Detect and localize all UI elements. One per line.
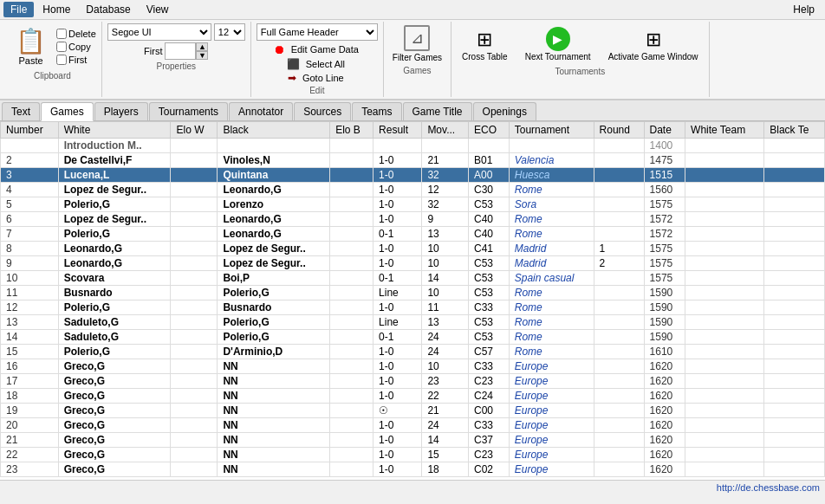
table-cell: Greco,G (58, 374, 171, 389)
edit-group: Full Game Header ⏺ Edit Game Data ⬛ Sele… (251, 22, 384, 97)
table-cell: 1610 (644, 345, 685, 359)
table-cell (330, 433, 374, 448)
table-row[interactable]: 22Greco,GNN1-015C23Europe1620 (1, 448, 825, 462)
table-cell (330, 242, 374, 256)
table-row[interactable]: 15Polerio,GD'Arminio,D1-024C57Rome1610 (1, 345, 825, 359)
tab-game-title[interactable]: Game Title (403, 102, 472, 120)
table-cell: 19 (1, 404, 59, 418)
tab-tournaments[interactable]: Tournaments (149, 102, 228, 120)
table-row[interactable]: 12Polerio,GBusnardo1-011C33Rome1590 (1, 300, 825, 315)
table-cell (469, 139, 510, 153)
tab-games[interactable]: Games (41, 102, 94, 121)
table-row[interactable]: 2De Castellvi,FVinoles,N1-021B01Valencia… (1, 153, 825, 168)
tab-text[interactable]: Text (2, 102, 40, 120)
table-row[interactable]: 10ScovaraBoi,P0-114C53Spain casual1575 (1, 271, 825, 286)
first-checkbox-label[interactable]: First (56, 55, 96, 65)
table-row[interactable]: 3Lucena,LQuintana1-032A00Huesca1515 (1, 168, 825, 183)
table-row[interactable]: 16Greco,GNN1-010C33Europe1620 (1, 359, 825, 374)
first-input[interactable]: 0 (165, 42, 196, 60)
tab-openings[interactable]: Openings (473, 102, 536, 120)
table-row[interactable]: 6Lopez de Segur..Leonardo,G1-09C40Rome15… (1, 212, 825, 227)
table-row[interactable]: 18Greco,GNN1-022C24Europe1620 (1, 389, 825, 404)
col-eco[interactable]: ECO (469, 122, 510, 139)
table-row[interactable]: 14Saduleto,GPolerio,G0-124C53Rome1590 (1, 330, 825, 345)
menu-help[interactable]: Help (786, 2, 822, 17)
goto-line-button[interactable]: Goto Line (300, 72, 347, 84)
col-number[interactable]: Number (1, 122, 59, 139)
table-row[interactable]: Introduction M..1400 (1, 139, 825, 153)
menu-database[interactable]: Database (79, 2, 137, 17)
table-row[interactable]: 4Lopez de Segur..Leonardo,G1-012C30Rome1… (1, 183, 825, 197)
table-cell: Europe (509, 359, 594, 374)
paste-button[interactable]: 📋 Paste (9, 23, 53, 69)
col-round[interactable]: Round (594, 122, 644, 139)
cross-table-button[interactable]: ⊞ Cross Table (457, 25, 513, 65)
table-cell: Greco,G (58, 433, 171, 448)
properties-row2: First 0 ▲ ▼ (144, 42, 208, 60)
table-row[interactable]: 20Greco,GNN1-024C33Europe1620 (1, 418, 825, 433)
table-container[interactable]: Number White Elo W Black Elo B Result Mo… (0, 121, 825, 480)
filter-games-button[interactable]: ⊿ Filter Games (389, 23, 445, 64)
table-cell (764, 168, 825, 183)
delete-checkbox[interactable] (56, 29, 67, 39)
table-row[interactable]: 7Polerio,GLeonardo,G0-113C40Rome1572 (1, 227, 825, 242)
activate-game-window-button[interactable]: ⊞ Activate Game Window (603, 25, 704, 65)
table-cell: C33 (469, 418, 510, 433)
table-cell: 1590 (644, 315, 685, 330)
col-tournament[interactable]: Tournament (509, 122, 594, 139)
table-row[interactable]: 5Polerio,GLorenzo1-032C53Sora1575 (1, 197, 825, 212)
col-elo-w[interactable]: Elo W (171, 122, 218, 139)
edit-game-data-button[interactable]: Edit Game Data (289, 43, 361, 55)
table-row[interactable]: 17Greco,GNN1-023C23Europe1620 (1, 374, 825, 389)
table-cell: Vinoles,N (218, 153, 330, 168)
delete-checkbox-label[interactable]: Delete (56, 29, 96, 39)
col-result[interactable]: Result (374, 122, 422, 139)
menu-file[interactable]: File (3, 2, 34, 17)
col-white[interactable]: White (58, 122, 171, 139)
col-date[interactable]: Date (644, 122, 685, 139)
tab-players[interactable]: Players (94, 102, 148, 120)
chessbase-link[interactable]: http://de.chessbase.com (717, 482, 820, 493)
table-row[interactable]: 8Leonardo,GLopez de Segur..1-010C41Madri… (1, 242, 825, 256)
table-cell: De Castellvi,F (58, 153, 171, 168)
col-mov[interactable]: Mov... (422, 122, 469, 139)
table-cell (685, 433, 764, 448)
table-cell: 21 (422, 153, 469, 168)
col-black-te[interactable]: Black Te (764, 122, 825, 139)
table-cell: A00 (469, 168, 510, 183)
tab-sources[interactable]: Sources (294, 102, 351, 120)
col-elo-b[interactable]: Elo B (330, 122, 374, 139)
copy-checkbox[interactable] (56, 42, 67, 52)
col-white-team[interactable]: White Team (685, 122, 764, 139)
table-row[interactable]: 13Saduleto,GPolerio,GLine13C53Rome1590 (1, 315, 825, 330)
spinner-down[interactable]: ▼ (196, 51, 208, 60)
copy-checkbox-label[interactable]: Copy (56, 42, 96, 52)
table-cell: 18 (1, 389, 59, 404)
spinner-up[interactable]: ▲ (196, 42, 208, 51)
game-header-select[interactable]: Full Game Header (257, 23, 378, 41)
size-select[interactable]: 12 (214, 23, 245, 41)
table-cell: Polerio,G (58, 197, 171, 212)
tab-annotator[interactable]: Annotator (229, 102, 293, 120)
table-cell: 1620 (644, 404, 685, 418)
table-row[interactable]: 19Greco,GNN☉21C00Europe1620 (1, 404, 825, 418)
table-cell (171, 271, 218, 286)
next-tournament-button[interactable]: ▶ Next Tournament (520, 23, 596, 65)
first-checkbox[interactable] (56, 55, 67, 65)
tab-teams[interactable]: Teams (352, 102, 401, 120)
table-row[interactable]: 23Greco,GNN1-018C02Europe1620 (1, 462, 825, 477)
col-black[interactable]: Black (218, 122, 330, 139)
table-cell: Leonardo,G (58, 256, 171, 271)
table-row[interactable]: 11BusnardoPolerio,GLine10C53Rome1590 (1, 286, 825, 300)
table-cell (594, 183, 644, 197)
table-row[interactable]: 9Leonardo,GLopez de Segur..1-010C53Madri… (1, 256, 825, 271)
table-cell (171, 345, 218, 359)
edit-row1: Full Game Header (257, 23, 378, 41)
font-select[interactable]: Segoe UI (107, 23, 211, 41)
table-cell: 13 (1, 315, 59, 330)
table-cell (171, 389, 218, 404)
menu-home[interactable]: Home (36, 2, 77, 17)
menu-view[interactable]: View (140, 2, 176, 17)
table-row[interactable]: 21Greco,GNN1-014C37Europe1620 (1, 433, 825, 448)
select-all-button[interactable]: Select All (303, 58, 348, 70)
